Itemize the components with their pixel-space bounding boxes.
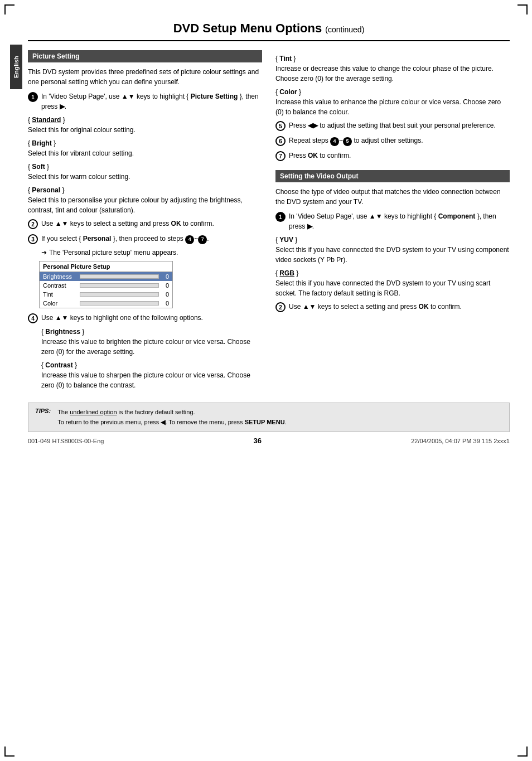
pp-row-tint: Tint 0 — [40, 290, 172, 299]
option-rgb: { RGB } — [275, 269, 510, 277]
step-1: 1 In 'Video Setup Page', use ▲▼ keys to … — [28, 91, 262, 112]
footer-right: 22/04/2005, 04:07 PM 39 115 2xxx1 — [411, 438, 510, 444]
step-7: 7 Press OK to confirm. — [275, 151, 510, 161]
picture-setting-intro: This DVD system provides three predefine… — [28, 67, 262, 87]
tips-content: The underlined option is the factory def… — [57, 408, 287, 427]
step4-circle: 4 — [28, 313, 38, 323]
option-color: { Color } — [275, 88, 510, 96]
step5-circle: 5 — [275, 121, 286, 131]
standard-desc: Select this for original colour setting. — [28, 125, 262, 135]
tips-label: TIPS: — [35, 408, 51, 427]
step7-circle: 7 — [275, 151, 286, 161]
pp-row-brightness: Brightness 0 — [40, 272, 172, 281]
step4-text: Use ▲▼ keys to highlight one of the foll… — [41, 313, 203, 323]
option-personal: { Personal } — [28, 186, 262, 194]
video-output-header: Setting the Video Output — [275, 170, 510, 182]
step3-text: If you select { Personal }, then proceed… — [41, 234, 209, 244]
tint-desc: Increase or decrease this value to chang… — [275, 64, 510, 84]
option-bright: { Bright } — [28, 139, 262, 147]
option-contrast: { Contrast } — [41, 361, 262, 369]
step6-text: Repeat steps 4~5 to adjust other setting… — [289, 135, 423, 146]
step-3: 3 If you select { Personal }, then proce… — [28, 234, 262, 244]
brightness-desc: Increase this value to brighten the pict… — [41, 337, 262, 357]
personal-picture-table: Personal Picture Setup Brightness 0 Cont… — [39, 261, 173, 308]
left-column: Picture Setting This DVD system provides… — [28, 50, 262, 394]
tips-line2: To return to the previous menu, press ◀.… — [57, 418, 287, 428]
corner-tl — [4, 4, 14, 14]
contrast-desc: Increase this value to sharpen the pictu… — [41, 370, 262, 390]
step-5: 5 Press ◀▶ to adjust the setting that be… — [275, 120, 510, 131]
step6-circle: 6 — [275, 136, 286, 146]
footer: 001-049 HTS8000S-00-Eng 36 22/04/2005, 0… — [28, 437, 510, 445]
step-4: 4 Use ▲▼ keys to highlight one of the fo… — [28, 313, 262, 323]
rgb-desc: Select this if you have connected the DV… — [275, 278, 510, 298]
step1-circle: 1 — [28, 92, 38, 102]
language-tab: English — [10, 45, 22, 89]
corner-bl — [4, 747, 14, 757]
step3-circle: 3 — [28, 234, 38, 244]
soft-desc: Select this for warm colour setting. — [28, 172, 262, 182]
step2-text: Use ▲▼ keys to select a setting and pres… — [41, 219, 214, 229]
step2-circle: 2 — [28, 219, 38, 229]
pp-table-header: Personal Picture Setup — [40, 261, 172, 272]
option-brightness: { Brightness } — [41, 328, 262, 336]
bright-desc: Select this for vibrant colour setting. — [28, 148, 262, 158]
step-6: 6 Repeat steps 4~5 to adjust other setti… — [275, 135, 510, 146]
right-column: { Tint } Increase or decrease this value… — [275, 50, 510, 394]
step3-note: ➜ The 'Personal picture setup' menu appe… — [41, 249, 262, 256]
option-soft: { Soft } — [28, 163, 262, 171]
pp-row-contrast: Contrast 0 — [40, 281, 172, 290]
step5-text: Press ◀▶ to adjust the setting that best… — [289, 120, 496, 130]
vo-step1-circle: 1 — [275, 212, 286, 222]
footer-left: 001-049 HTS8000S-00-Eng — [28, 438, 104, 444]
personal-desc: Select this to personalise your picture … — [28, 195, 262, 215]
step-2: 2 Use ▲▼ keys to select a setting and pr… — [28, 219, 262, 229]
vo-step1-text: In 'Video Setup Page', use ▲▼ keys to hi… — [289, 211, 510, 231]
vo-step2-circle: 2 — [275, 302, 286, 312]
step7-text: Press OK to confirm. — [289, 151, 351, 161]
option-standard: { Standard } — [28, 116, 262, 124]
step1-text: In 'Video Setup Page', use ▲▼ keys to hi… — [41, 91, 262, 112]
tips-bar: TIPS: The underlined option is the facto… — [28, 403, 510, 432]
color-desc: Increase this value to enhance the pictu… — [275, 97, 510, 117]
tips-line1: The underlined option is the factory def… — [57, 408, 287, 418]
page-number: 36 — [254, 437, 262, 445]
yuv-desc: Select this if you have connected the DV… — [275, 245, 510, 265]
video-output-intro: Choose the type of video output that mat… — [275, 187, 510, 207]
corner-tr — [518, 4, 528, 14]
pp-row-color: Color 0 — [40, 299, 172, 308]
option-yuv: { YUV } — [275, 236, 510, 244]
corner-br — [518, 747, 528, 757]
vo-step-2: 2 Use ▲▼ keys to select a setting and pr… — [275, 302, 510, 312]
vo-step-1: 1 In 'Video Setup Page', use ▲▼ keys to … — [275, 211, 510, 231]
page-title: DVD Setup Menu Options (continued) — [28, 11, 510, 41]
option-tint: { Tint } — [275, 55, 510, 62]
vo-step2-text: Use ▲▼ keys to select a setting and pres… — [289, 302, 462, 312]
picture-setting-header: Picture Setting — [28, 50, 262, 62]
